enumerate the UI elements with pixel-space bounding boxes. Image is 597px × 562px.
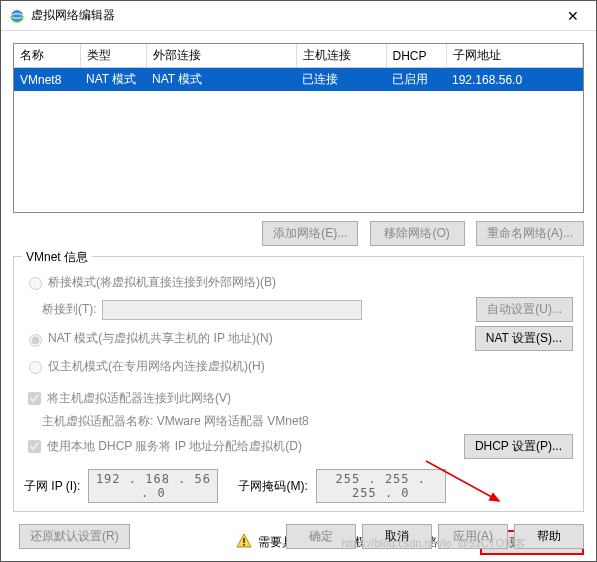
ok-button[interactable]: 确定 xyxy=(286,524,356,549)
label-bridge: 桥接模式(将虚拟机直接连接到外部网络)(B) xyxy=(48,274,276,291)
label-hostonly: 仅主机模式(在专用网络内连接虚拟机)(H) xyxy=(48,358,265,375)
label-subnet-mask: 子网掩码(M): xyxy=(238,478,307,495)
restore-defaults-button[interactable]: 还原默认设置(R) xyxy=(19,524,130,549)
app-icon xyxy=(9,8,25,24)
col-dhcp[interactable]: DHCP xyxy=(386,44,446,68)
label-bridge-to: 桥接到(T): xyxy=(42,301,102,318)
group-title: VMnet 信息 xyxy=(22,249,92,266)
subnet-mask-field[interactable]: 255 . 255 . 255 . 0 xyxy=(316,469,446,503)
dhcp-set-button[interactable]: DHCP 设置(P)... xyxy=(464,434,573,459)
cell-dhcp: 已启用 xyxy=(386,68,446,92)
rename-network-button[interactable]: 重命名网络(A)... xyxy=(476,221,584,246)
col-external[interactable]: 外部连接 xyxy=(146,44,296,68)
bridge-select[interactable] xyxy=(102,300,362,320)
apply-button[interactable]: 应用(A) xyxy=(438,524,508,549)
network-table[interactable]: 名称 类型 外部连接 主机连接 DHCP 子网地址 VMnet8 NAT 模式 … xyxy=(13,43,584,213)
cell-type: NAT 模式 xyxy=(80,68,146,92)
col-type[interactable]: 类型 xyxy=(80,44,146,68)
help-button[interactable]: 帮助 xyxy=(514,524,584,549)
label-connect-host: 将主机虚拟适配器连接到此网络(V) xyxy=(47,390,231,407)
radio-bridge[interactable] xyxy=(29,277,42,290)
table-row[interactable]: VMnet8 NAT 模式 NAT 模式 已连接 已启用 192.168.56.… xyxy=(14,68,583,92)
vmnet-info-group: VMnet 信息 桥接模式(将虚拟机直接连接到外部网络)(B) 桥接到(T): … xyxy=(13,256,584,512)
add-network-button[interactable]: 添加网络(E)... xyxy=(262,221,358,246)
cell-name: VMnet8 xyxy=(14,68,80,92)
label-nat: NAT 模式(与虚拟机共享主机的 IP 地址)(N) xyxy=(48,330,273,347)
auto-set-button[interactable]: 自动设置(U)... xyxy=(476,297,573,322)
radio-hostonly[interactable] xyxy=(29,361,42,374)
cancel-button[interactable]: 取消 xyxy=(362,524,432,549)
close-icon[interactable]: ✕ xyxy=(558,8,588,24)
label-use-dhcp: 使用本地 DHCP 服务将 IP 地址分配给虚拟机(D) xyxy=(47,438,302,455)
cell-external: NAT 模式 xyxy=(146,68,296,92)
check-connect-host[interactable] xyxy=(28,392,41,405)
nat-set-button[interactable]: NAT 设置(S)... xyxy=(475,326,573,351)
check-use-dhcp[interactable] xyxy=(28,440,41,453)
col-name[interactable]: 名称 xyxy=(14,44,80,68)
cell-host: 已连接 xyxy=(296,68,386,92)
label-subnet-ip: 子网 IP (I): xyxy=(24,478,80,495)
subnet-ip-field[interactable]: 192 . 168 . 56 . 0 xyxy=(88,469,218,503)
cell-subnet: 192.168.56.0 xyxy=(446,68,583,92)
col-subnet[interactable]: 子网地址 xyxy=(446,44,583,68)
remove-network-button[interactable]: 移除网络(O) xyxy=(370,221,465,246)
radio-nat[interactable] xyxy=(29,334,42,347)
window-title: 虚拟网络编辑器 xyxy=(31,7,558,24)
adapter-name: 主机虚拟适配器名称: VMware 网络适配器 VMnet8 xyxy=(42,413,573,430)
col-host[interactable]: 主机连接 xyxy=(296,44,386,68)
